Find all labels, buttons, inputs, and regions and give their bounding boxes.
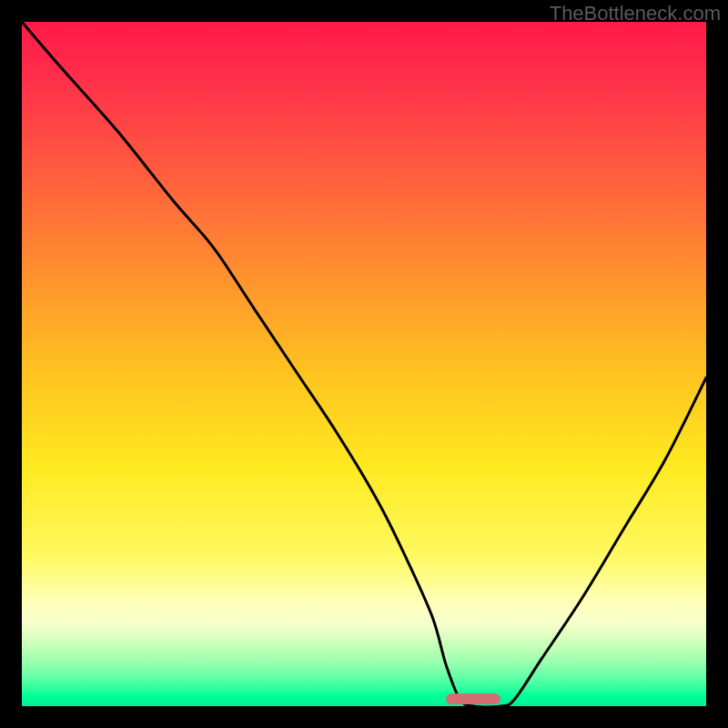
- plot-area: [22, 22, 706, 706]
- bottleneck-curve: [22, 22, 706, 706]
- watermark-text: TheBottleneck.com: [550, 2, 721, 25]
- optimal-range-marker: [446, 693, 500, 704]
